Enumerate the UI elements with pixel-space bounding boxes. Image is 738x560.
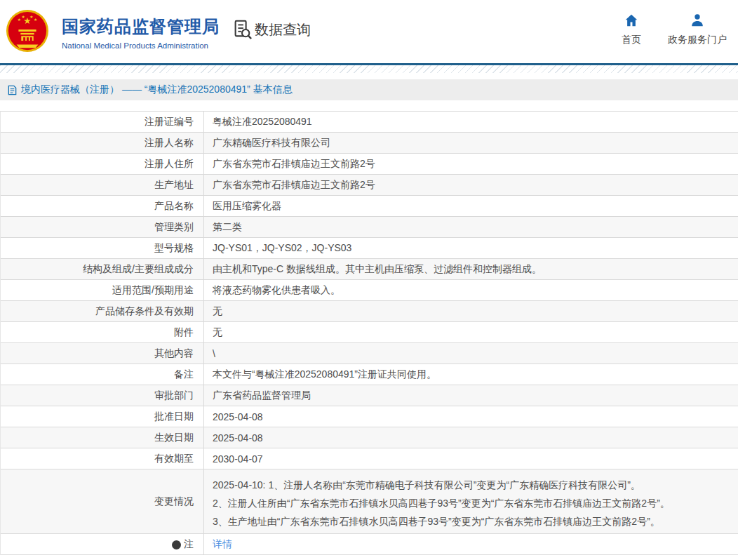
- row-label: 附件: [1, 322, 204, 342]
- data-query-icon: [232, 19, 253, 40]
- row-value: 本文件与“粤械注准20252080491”注册证共同使用。: [204, 364, 738, 385]
- row-label: 批准日期: [1, 406, 204, 427]
- home-icon: [624, 13, 639, 28]
- table-row: 其他内容 \: [1, 343, 738, 364]
- nav-label: 政务服务门户: [668, 34, 727, 46]
- row-label: 产品名称: [1, 196, 204, 216]
- table-row: 审批部门 广东省药品监督管理局: [1, 385, 738, 406]
- row-value: 广东省东莞市石排镇庙边王文前路2号: [204, 154, 738, 174]
- table-row: 批准日期 2025-04-08: [1, 406, 738, 427]
- row-value: 医用压缩雾化器: [204, 196, 738, 216]
- row-label: 注册人名称: [1, 133, 204, 153]
- table-row: 注册证编号 粤械注准20252080491: [1, 112, 738, 133]
- row-label: 适用范围/预期用途: [1, 280, 204, 300]
- breadcrumb: 境内医疗器械（注册） —— “粤械注准20252080491” 基本信息: [0, 79, 738, 100]
- row-value: \: [204, 343, 738, 364]
- row-label: 审批部门: [1, 385, 204, 406]
- note-dot-icon: [172, 540, 181, 549]
- detail-link[interactable]: 详情: [213, 538, 232, 551]
- user-icon: [690, 13, 705, 28]
- row-value: 广东精确医疗科技有限公司: [204, 133, 738, 153]
- row-value: 2025-04-08: [204, 406, 738, 427]
- nav-item-portal[interactable]: 政务服务门户: [668, 13, 727, 46]
- row-value: 2025-04-10: 1、注册人名称由“东莞市精确电子科技有限公司”变更为“广…: [204, 469, 738, 533]
- change-line: 2、注册人住所由“广东省东莞市石排镇水贝高四巷子93号”变更为“广东省东莞市石排…: [213, 494, 730, 512]
- row-value: 广东省药品监督管理局: [204, 385, 738, 406]
- row-label: 产品储存条件及有效期: [1, 301, 204, 321]
- row-value: 无: [204, 322, 738, 342]
- nav-item-home[interactable]: 首页: [622, 13, 641, 46]
- nav-label: 首页: [622, 34, 641, 46]
- module-title: 数据查询: [255, 20, 311, 39]
- row-label: 生效日期: [1, 427, 204, 448]
- table-row-change-history: 变更情况 2025-04-10: 1、注册人名称由“东莞市精确电子科技有限公司”…: [1, 469, 738, 534]
- row-label: 管理类别: [1, 217, 204, 237]
- row-value: 广东省东莞市石排镇庙边王文前路2号: [204, 175, 738, 195]
- svg-text:★: ★: [34, 18, 37, 22]
- breadcrumb-text: 境内医疗器械（注册） —— “粤械注准20252080491” 基本信息: [21, 84, 293, 96]
- table-row-note: 注 详情: [1, 534, 738, 555]
- table-row: 管理类别 第二类: [1, 217, 738, 238]
- row-label: 型号规格: [1, 238, 204, 258]
- row-value: 粤械注准20252080491: [204, 112, 738, 132]
- row-label: 注: [1, 534, 204, 554]
- org-name-cn: 国家药品监督管理局: [62, 15, 220, 38]
- row-label: 有效期至: [1, 448, 204, 469]
- table-row: 生产地址 广东省东莞市石排镇庙边王文前路2号: [1, 175, 738, 196]
- table-row: 生效日期 2025-04-08: [1, 427, 738, 448]
- table-row: 附件 无: [1, 322, 738, 343]
- row-value: JQ-YS01，JQ-YS02，JQ-YS03: [204, 238, 738, 258]
- change-line: 2025-04-10: 1、注册人名称由“东莞市精确电子科技有限公司”变更为“广…: [213, 476, 730, 494]
- table-row: 产品名称 医用压缩雾化器: [1, 196, 738, 217]
- data-query-module[interactable]: 数据查询: [232, 19, 311, 40]
- row-value: 将液态药物雾化供患者吸入。: [204, 280, 738, 300]
- row-value: 第二类: [204, 217, 738, 237]
- document-icon: [7, 85, 18, 95]
- row-value: 2030-04-07: [204, 448, 738, 469]
- svg-text:★: ★: [18, 18, 21, 22]
- svg-text:★: ★: [29, 15, 33, 19]
- change-line: 3、生产地址由“广东省东莞市石排镇水贝高四巷子93号”变更为“广东省东莞市石排镇…: [213, 512, 730, 531]
- row-value: 2025-04-08: [204, 427, 738, 448]
- registration-detail-table: 注册证编号 粤械注准20252080491 注册人名称 广东精确医疗科技有限公司…: [0, 111, 738, 555]
- row-value: 由主机和Type-C 数据线组成。其中主机由压缩泵、过滤组件和控制器组成。: [204, 259, 738, 279]
- row-label: 注册证编号: [1, 112, 204, 132]
- note-label: 注: [184, 538, 194, 551]
- org-names: 国家药品监督管理局 National Medical Products Admi…: [62, 9, 220, 50]
- table-row: 有效期至 2030-04-07: [1, 448, 738, 469]
- table-row: 适用范围/预期用途 将液态药物雾化供患者吸入。: [1, 280, 738, 301]
- row-label: 变更情况: [1, 469, 204, 533]
- hatch-band: [0, 65, 738, 73]
- table-row: 注册人住所 广东省东莞市石排镇庙边王文前路2号: [1, 154, 738, 175]
- svg-text:★: ★: [22, 15, 25, 19]
- row-label: 备注: [1, 364, 204, 385]
- row-label: 注册人住所: [1, 154, 204, 174]
- row-label: 其他内容: [1, 343, 204, 364]
- row-label: 生产地址: [1, 175, 204, 195]
- spacer: [0, 73, 738, 79]
- table-row: 注册人名称 广东精确医疗科技有限公司: [1, 133, 738, 154]
- page-header: ★ ★ ★ ★ ★ 国家药品监督管理局 National Medical Pro…: [0, 0, 738, 63]
- table-row: 型号规格 JQ-YS01，JQ-YS02，JQ-YS03: [1, 238, 738, 259]
- row-value: 无: [204, 301, 738, 321]
- row-value: 详情: [204, 534, 738, 554]
- table-row: 备注 本文件与“粤械注准20252080491”注册证共同使用。: [1, 364, 738, 385]
- org-name-en: National Medical Products Administration: [62, 41, 220, 50]
- table-row: 结构及组成/主要组成成分 由主机和Type-C 数据线组成。其中主机由压缩泵、过…: [1, 259, 738, 280]
- table-row: 产品储存条件及有效期 无: [1, 301, 738, 322]
- nmpa-logo[interactable]: ★ ★ ★ ★ ★ 国家药品监督管理局 National Medical Pro…: [6, 9, 220, 53]
- china-national-emblem-icon: ★ ★ ★ ★ ★: [6, 9, 49, 53]
- row-label: 结构及组成/主要组成成分: [1, 259, 204, 279]
- top-nav: 首页 政务服务门户: [622, 13, 727, 46]
